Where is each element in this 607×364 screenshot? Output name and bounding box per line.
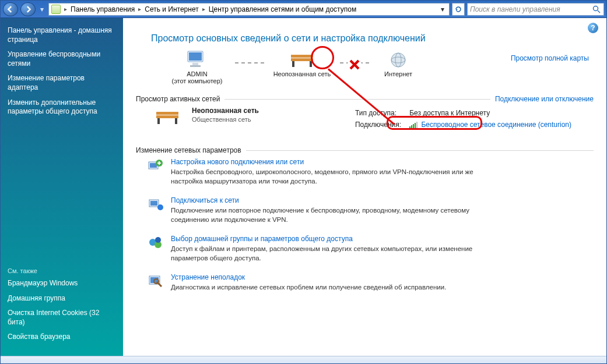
troubleshoot-icon bbox=[148, 273, 164, 289]
svg-rect-4 bbox=[192, 63, 198, 65]
connect-network-icon bbox=[148, 196, 164, 213]
svg-rect-8 bbox=[292, 61, 294, 67]
settings-link[interactable]: Подключиться к сети bbox=[171, 196, 480, 204]
content-pane: ? Просмотр основных сведений о сети и на… bbox=[123, 18, 606, 356]
breadcrumb-item[interactable]: Сеть и Интернет bbox=[145, 5, 198, 13]
chevron-right-icon: ▸ bbox=[137, 6, 142, 12]
map-connector bbox=[235, 62, 264, 63]
map-node-label: Неопознанная сеть bbox=[264, 70, 340, 77]
divider bbox=[246, 150, 594, 151]
chevron-right-icon: ▸ bbox=[63, 6, 68, 12]
svg-point-29 bbox=[157, 204, 163, 210]
sidebar-link-homegroup[interactable]: Домашняя группа bbox=[8, 294, 116, 303]
active-networks-header: Просмотр активных сетей Подключение или … bbox=[136, 95, 594, 103]
svg-rect-23 bbox=[416, 122, 417, 129]
map-node-this-pc[interactable]: ADMIN (этот компьютер) bbox=[159, 50, 235, 84]
network-type[interactable]: Общественная сеть bbox=[192, 116, 259, 123]
homegroup-icon bbox=[148, 235, 164, 251]
wifi-signal-icon bbox=[409, 122, 417, 129]
settings-desc: Диагностика и исправление сетевых пробле… bbox=[171, 283, 446, 292]
bench-icon bbox=[154, 108, 181, 126]
svg-rect-15 bbox=[156, 112, 178, 115]
settings-desc: Доступ к файлам и принтерам, расположенн… bbox=[171, 245, 480, 263]
connections-label: Подключения: bbox=[352, 119, 405, 130]
svg-rect-19 bbox=[409, 126, 410, 129]
sidebar-link-cookies-cleanup[interactable]: Очистка Internet Cookies (32 бита) bbox=[8, 309, 116, 327]
settings-desc: Настройка беспроводного, широкополосного… bbox=[171, 168, 480, 186]
settings-link[interactable]: Выбор домашней группы и параметров общег… bbox=[171, 235, 480, 243]
svg-rect-9 bbox=[310, 61, 312, 67]
settings-item-new-connection: Настройка нового подключения или сети На… bbox=[148, 158, 594, 186]
settings-list: Настройка нового подключения или сети На… bbox=[148, 158, 594, 292]
svg-rect-7 bbox=[291, 58, 313, 61]
network-settings-header: Изменение сетевых параметров bbox=[136, 146, 594, 154]
settings-item-connect: Подключиться к сети Подключение или повт… bbox=[148, 196, 594, 224]
section-label: Просмотр активных сетей bbox=[136, 95, 220, 103]
settings-link[interactable]: Устранение неполадок bbox=[171, 273, 446, 281]
breadcrumb-dropdown[interactable]: ▾ bbox=[438, 5, 447, 13]
refresh-icon bbox=[454, 5, 462, 13]
svg-rect-17 bbox=[157, 118, 160, 124]
svg-rect-5 bbox=[190, 65, 201, 67]
connection-link[interactable]: Беспроводное сетевое соединение (centuri… bbox=[421, 121, 571, 129]
history-dropdown[interactable]: ▾ bbox=[38, 3, 46, 15]
map-connector-broken bbox=[340, 62, 369, 63]
map-node-unidentified[interactable]: Неопознанная сеть bbox=[264, 50, 340, 77]
search-input[interactable]: Поиск в панели управления bbox=[467, 3, 604, 16]
x-icon bbox=[348, 58, 362, 72]
bench-icon bbox=[289, 51, 315, 69]
sidebar-link-wireless-networks[interactable]: Управление беспроводными сетями bbox=[8, 50, 116, 68]
access-type-value: Без доступа к Интернету bbox=[406, 108, 575, 118]
globe-icon bbox=[390, 51, 407, 69]
svg-rect-6 bbox=[291, 55, 313, 58]
svg-point-12 bbox=[391, 53, 405, 67]
network-name[interactable]: Неопознанная сеть bbox=[192, 107, 259, 115]
breadcrumb-bar[interactable]: ▸ Панель управления ▸ Сеть и Интернет ▸ … bbox=[48, 3, 450, 16]
settings-desc: Подключение или повторное подключение к … bbox=[171, 206, 480, 224]
svg-rect-21 bbox=[413, 124, 414, 129]
svg-rect-22 bbox=[415, 123, 416, 129]
settings-item-troubleshoot: Устранение неполадок Диагностика и испра… bbox=[148, 273, 594, 292]
svg-rect-16 bbox=[156, 115, 178, 118]
sidebar-link-adapter-settings[interactable]: Изменение параметров адаптера bbox=[8, 74, 116, 92]
search-icon bbox=[592, 5, 601, 14]
svg-rect-28 bbox=[150, 201, 157, 206]
arrow-left-icon bbox=[7, 6, 14, 13]
access-type-label: Тип доступа: bbox=[352, 108, 405, 118]
computer-icon bbox=[185, 50, 209, 70]
back-button[interactable] bbox=[3, 2, 18, 16]
breadcrumb-item[interactable]: Центр управления сетями и общим доступом bbox=[209, 5, 357, 13]
help-icon[interactable]: ? bbox=[588, 23, 598, 33]
sidebar-link-advanced-sharing[interactable]: Изменить дополнительные параметры общего… bbox=[8, 98, 116, 116]
svg-rect-20 bbox=[411, 125, 412, 129]
map-node-label: Интернет bbox=[369, 70, 427, 77]
svg-rect-18 bbox=[175, 118, 177, 124]
divider bbox=[224, 99, 490, 100]
map-node-sublabel: (этот компьютер) bbox=[159, 77, 235, 84]
address-toolbar: ▾ ▸ Панель управления ▸ Сеть и Интернет … bbox=[1, 1, 606, 18]
control-panel-icon bbox=[51, 5, 61, 14]
sidebar-home-link[interactable]: Панель управления - домашняя страница bbox=[8, 26, 116, 44]
svg-point-32 bbox=[155, 237, 161, 243]
page-title: Просмотр основных сведений о сети и наст… bbox=[151, 33, 594, 44]
map-node-internet[interactable]: Интернет bbox=[369, 50, 427, 77]
forward-button[interactable] bbox=[20, 2, 36, 16]
network-properties: Тип доступа: Без доступа к Интернету Под… bbox=[350, 107, 576, 131]
refresh-button[interactable] bbox=[452, 3, 465, 16]
sidebar-link-firewall[interactable]: Брандмауэр Windows bbox=[8, 279, 116, 288]
active-network-row: Неопознанная сеть Общественная сеть Тип … bbox=[153, 107, 594, 131]
settings-link[interactable]: Настройка нового подключения или сети bbox=[171, 158, 480, 166]
sidebar-link-browser-properties[interactable]: Свойства браузера bbox=[8, 333, 116, 342]
svg-line-1 bbox=[598, 10, 600, 13]
network-map: ADMIN (этот компьютер) Неопознанная сеть bbox=[159, 50, 594, 84]
breadcrumb-item[interactable]: Панель управления bbox=[71, 5, 135, 13]
arrow-right-icon bbox=[24, 6, 31, 13]
map-node-label: ADMIN bbox=[159, 70, 235, 77]
chevron-right-icon: ▸ bbox=[201, 6, 206, 12]
sidebar: Панель управления - домашняя страница Уп… bbox=[1, 18, 123, 356]
connect-disconnect-link[interactable]: Подключение или отключение bbox=[495, 95, 594, 103]
status-bar bbox=[1, 356, 606, 364]
new-connection-icon bbox=[148, 158, 164, 174]
section-label: Изменение сетевых параметров bbox=[136, 146, 241, 154]
settings-item-homegroup: Выбор домашней группы и параметров общег… bbox=[148, 235, 594, 263]
